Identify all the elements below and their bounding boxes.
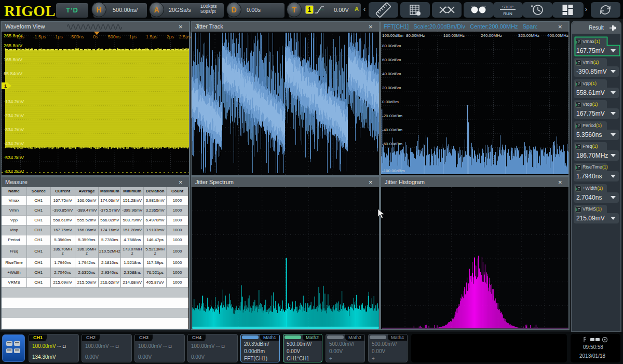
svg-text:STOP: STOP [502, 5, 513, 9]
svg-text:1: 1 [4, 83, 7, 89]
svg-text:RUN: RUN [503, 11, 512, 16]
